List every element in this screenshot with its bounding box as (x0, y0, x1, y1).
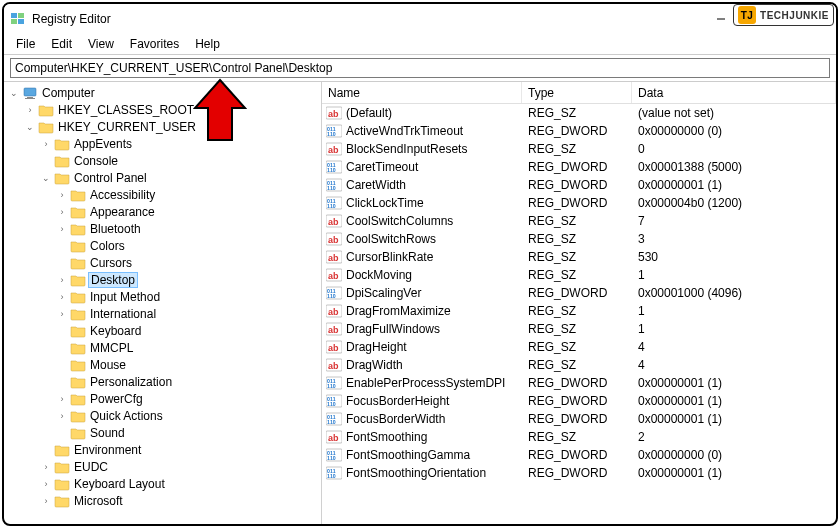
expand-toggle[interactable] (54, 340, 70, 356)
list-row[interactable]: abDragFromMaximizeREG_SZ1 (322, 302, 836, 320)
menu-file[interactable]: File (8, 35, 43, 53)
expand-toggle[interactable] (6, 85, 22, 101)
tree-item[interactable]: International (6, 305, 321, 322)
list-row[interactable]: abDockMovingREG_SZ1 (322, 266, 836, 284)
tree-item[interactable]: Personalization (6, 373, 321, 390)
column-name[interactable]: Name (322, 82, 522, 103)
folder-icon (70, 357, 86, 373)
tree-pane[interactable]: ComputerHKEY_CLASSES_ROOTHKEY_CURRENT_US… (4, 82, 322, 524)
tree-item[interactable]: EUDC (6, 458, 321, 475)
address-input[interactable]: Computer\HKEY_CURRENT_USER\Control Panel… (10, 58, 830, 78)
list-row[interactable]: 011110CaretWidthREG_DWORD0x00000001 (1) (322, 176, 836, 194)
expand-toggle[interactable] (54, 306, 70, 322)
expand-toggle[interactable] (22, 102, 38, 118)
expand-toggle[interactable] (54, 204, 70, 220)
tree-item[interactable]: HKEY_CURRENT_USER (6, 118, 321, 135)
tree-item[interactable]: PowerCfg (6, 390, 321, 407)
expand-toggle[interactable] (54, 391, 70, 407)
list-row[interactable]: abDragFullWindowsREG_SZ1 (322, 320, 836, 338)
tree-item[interactable]: Console (6, 152, 321, 169)
menu-bar: File Edit View Favorites Help (4, 34, 836, 54)
string-value-icon: ab (326, 322, 342, 336)
menu-help[interactable]: Help (187, 35, 228, 53)
list-row[interactable]: abDragHeightREG_SZ4 (322, 338, 836, 356)
expand-toggle[interactable] (54, 272, 70, 288)
value-type: REG_SZ (522, 322, 632, 336)
tree-item[interactable]: Environment (6, 441, 321, 458)
tree-item[interactable]: Computer (6, 84, 321, 101)
tree-item[interactable]: Keyboard (6, 322, 321, 339)
svg-text:ab: ab (328, 325, 339, 335)
expand-toggle[interactable] (54, 238, 70, 254)
svg-text:ab: ab (328, 343, 339, 353)
value-name: (Default) (346, 106, 392, 120)
expand-toggle[interactable] (38, 459, 54, 475)
tree-item[interactable]: Sound (6, 424, 321, 441)
list-row[interactable]: 011110ActiveWndTrkTimeoutREG_DWORD0x0000… (322, 122, 836, 140)
expand-toggle[interactable] (54, 187, 70, 203)
tree-item[interactable]: MMCPL (6, 339, 321, 356)
tree-item[interactable]: Colors (6, 237, 321, 254)
menu-favorites[interactable]: Favorites (122, 35, 187, 53)
tree-item[interactable]: Cursors (6, 254, 321, 271)
list-row[interactable]: 011110FontSmoothingOrientationREG_DWORD0… (322, 464, 836, 482)
tree-item[interactable]: AppEvents (6, 135, 321, 152)
tree-item[interactable]: Control Panel (6, 169, 321, 186)
tree-item[interactable]: Microsoft (6, 492, 321, 509)
list-row[interactable]: 011110FocusBorderWidthREG_DWORD0x0000000… (322, 410, 836, 428)
list-body[interactable]: ab(Default)REG_SZ(value not set)011110Ac… (322, 104, 836, 524)
tree-item[interactable]: Input Method (6, 288, 321, 305)
expand-toggle[interactable] (54, 221, 70, 237)
expand-toggle[interactable] (38, 136, 54, 152)
tree-item[interactable]: Accessibility (6, 186, 321, 203)
list-row[interactable]: 011110FocusBorderHeightREG_DWORD0x000000… (322, 392, 836, 410)
expand-toggle[interactable] (54, 425, 70, 441)
tree-item[interactable]: Keyboard Layout (6, 475, 321, 492)
menu-view[interactable]: View (80, 35, 122, 53)
list-row[interactable]: 011110FontSmoothingGammaREG_DWORD0x00000… (322, 446, 836, 464)
tree-label: Keyboard Layout (74, 477, 165, 491)
expand-toggle[interactable] (38, 442, 54, 458)
expand-toggle[interactable] (38, 170, 54, 186)
list-row[interactable]: abCoolSwitchRowsREG_SZ3 (322, 230, 836, 248)
folder-icon (54, 136, 70, 152)
folder-icon (70, 238, 86, 254)
tree-item[interactable]: Appearance (6, 203, 321, 220)
list-row[interactable]: 011110EnablePerProcessSystemDPIREG_DWORD… (322, 374, 836, 392)
expand-toggle[interactable] (54, 408, 70, 424)
expand-toggle[interactable] (54, 323, 70, 339)
tree-item[interactable]: HKEY_CLASSES_ROOT (6, 101, 321, 118)
expand-toggle[interactable] (54, 289, 70, 305)
expand-toggle[interactable] (38, 493, 54, 509)
list-row[interactable]: abDragWidthREG_SZ4 (322, 356, 836, 374)
expand-toggle[interactable] (38, 153, 54, 169)
expand-toggle[interactable] (54, 255, 70, 271)
expand-toggle[interactable] (54, 374, 70, 390)
svg-text:ab: ab (328, 253, 339, 263)
list-row[interactable]: ab(Default)REG_SZ(value not set) (322, 104, 836, 122)
expand-toggle[interactable] (22, 119, 38, 135)
list-row[interactable]: abCursorBlinkRateREG_SZ530 (322, 248, 836, 266)
svg-text:110: 110 (327, 401, 336, 407)
list-row[interactable]: 011110ClickLockTimeREG_DWORD0x000004b0 (… (322, 194, 836, 212)
binary-value-icon: 011110 (326, 196, 342, 210)
tree-item[interactable]: Mouse (6, 356, 321, 373)
svg-text:ab: ab (328, 361, 339, 371)
list-row[interactable]: abFontSmoothingREG_SZ2 (322, 428, 836, 446)
tree-item[interactable]: Desktop (6, 271, 321, 288)
binary-value-icon: 011110 (326, 160, 342, 174)
menu-edit[interactable]: Edit (43, 35, 80, 53)
tree-item[interactable]: Bluetooth (6, 220, 321, 237)
expand-toggle[interactable] (38, 476, 54, 492)
column-data[interactable]: Data (632, 82, 836, 103)
list-row[interactable]: abCoolSwitchColumnsREG_SZ7 (322, 212, 836, 230)
tree-item[interactable]: Quick Actions (6, 407, 321, 424)
svg-text:ab: ab (328, 433, 339, 443)
list-row[interactable]: 011110CaretTimeoutREG_DWORD0x00001388 (5… (322, 158, 836, 176)
value-type: REG_DWORD (522, 196, 632, 210)
tree-label: Console (74, 154, 118, 168)
column-type[interactable]: Type (522, 82, 632, 103)
list-row[interactable]: abBlockSendInputResetsREG_SZ0 (322, 140, 836, 158)
expand-toggle[interactable] (54, 357, 70, 373)
list-row[interactable]: 011110DpiScalingVerREG_DWORD0x00001000 (… (322, 284, 836, 302)
